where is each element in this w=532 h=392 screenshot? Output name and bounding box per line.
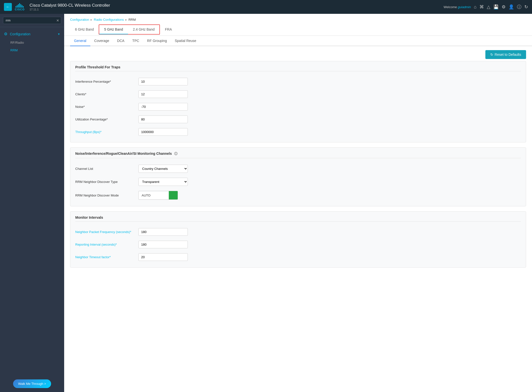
alert-icon[interactable]: △ <box>487 4 490 10</box>
interference-input[interactable] <box>138 78 188 85</box>
subtab-tpc[interactable]: TPC <box>128 36 143 46</box>
sidebar-submenu: RF/Radio RRM <box>0 39 64 54</box>
breadcrumb-config[interactable]: Configuration <box>70 18 89 21</box>
neighbor-timeout-input[interactable] <box>138 253 188 261</box>
monitor-intervals-section: Monitor Intervals Neighbor Packet Freque… <box>70 211 526 268</box>
sidebar-item-rrm[interactable]: RRM <box>0 46 64 54</box>
neighbor-freq-label: Neighbor Packet Frequency (seconds)* <box>75 230 134 234</box>
sidebar-item-configuration[interactable]: ⚙ Configuration ▼ <box>0 29 64 39</box>
sidebar-menu: ⚙ Configuration ▼ RF/Radio RRM <box>0 27 64 375</box>
rrm-discover-type-select[interactable]: Transparent Passive Active <box>138 178 188 186</box>
content-wrapper: ↻ Reset to Defaults Profile Threshold Fo… <box>64 46 532 278</box>
reporting-interval-label: Reporting Interval (seconds)* <box>75 243 134 246</box>
sidebar: rrm ✕ ⚙ Configuration ▼ RF/Radio RRM Wal… <box>0 14 64 392</box>
neighbor-timeout-label: Neighbor Timeout factor* <box>75 255 134 259</box>
search-bar: rrm ✕ <box>0 14 64 27</box>
neighbor-freq-row: Neighbor Packet Frequency (seconds)* <box>75 226 521 238</box>
gear-icon[interactable]: ⚙ <box>502 4 506 10</box>
subtab-general[interactable]: General <box>70 36 90 46</box>
tab-5ghz[interactable]: 5 GHz Band <box>99 25 128 34</box>
subtab-dca[interactable]: DCA <box>113 36 129 46</box>
clear-search-icon[interactable]: ✕ <box>56 19 59 22</box>
profile-threshold-section: Profile Threshold For Traps Interference… <box>70 61 526 142</box>
chevron-down-icon: ▼ <box>57 33 60 36</box>
welcome-text: Welcome guiadmin <box>444 5 471 9</box>
monitor-intervals-title: Monitor Intervals <box>75 216 521 219</box>
user-icon[interactable]: 👤 <box>509 4 514 10</box>
rrm-discover-mode-toggle[interactable]: AUTO <box>138 191 178 200</box>
utilization-row: Utilization Percentage* <box>75 113 521 126</box>
rrm-discover-mode-row: RRM Neighbor Discover Mode AUTO <box>75 188 521 202</box>
utilization-label: Utilization Percentage* <box>75 118 134 121</box>
interference-label: Interference Percentage* <box>75 80 134 83</box>
breadcrumb-sep2: ▸ <box>125 18 127 21</box>
subtab-spatial-reuse[interactable]: Spatial Reuse <box>171 36 200 46</box>
reporting-interval-input[interactable] <box>138 241 188 248</box>
channel-list-label: Channel List <box>75 167 134 171</box>
monitoring-title: Noise/Interference/Rogue/CleanAir/SI Mon… <box>75 152 521 156</box>
back-button[interactable]: ← <box>4 3 12 11</box>
noise-row: Noise* <box>75 100 521 113</box>
save-icon[interactable]: 💾 <box>493 4 499 10</box>
interference-row: Interference Percentage* <box>75 75 521 88</box>
throughput-row: Throughput (Bps)* <box>75 126 521 138</box>
clients-label: Clients* <box>75 92 134 96</box>
walk-me-through-button[interactable]: Walk Me Through > <box>13 379 51 388</box>
reporting-interval-row: Reporting Interval (seconds)* <box>75 238 521 251</box>
clients-row: Clients* <box>75 88 521 100</box>
sub-tabs: General Coverage DCA TPC RF Grouping Spa… <box>64 36 532 46</box>
app-title: Cisco Catalyst 9800-CL Wireless Controll… <box>30 3 441 11</box>
home-icon[interactable]: ⌂ <box>474 4 476 10</box>
neighbor-timeout-row: Neighbor Timeout factor* <box>75 251 521 263</box>
breadcrumb-sep1: ▸ <box>91 18 92 21</box>
walk-me-through-section: Walk Me Through > <box>13 379 51 388</box>
profile-threshold-title: Profile Threshold For Traps <box>75 65 521 69</box>
rrm-discover-type-label: RRM Neighbor Discover Type <box>75 180 134 184</box>
layout: rrm ✕ ⚙ Configuration ▼ RF/Radio RRM Wal… <box>0 14 532 392</box>
reset-icon: ↻ <box>490 53 493 57</box>
configuration-label: Configuration <box>10 32 30 36</box>
tab-6ghz[interactable]: 6 GHz Band <box>70 25 99 34</box>
sidebar-item-rf-radio[interactable]: RF/Radio <box>0 39 64 46</box>
neighbor-freq-input[interactable] <box>138 228 188 236</box>
channel-list-row: Channel List Country Channels All Channe… <box>75 162 521 175</box>
throughput-input[interactable] <box>138 128 188 136</box>
reset-to-defaults-button[interactable]: ↻ Reset to Defaults <box>485 50 526 59</box>
breadcrumb: Configuration ▸ Radio Configurations ▸ R… <box>64 14 532 23</box>
clients-input[interactable] <box>138 90 188 98</box>
wrench-icon: ⚙ <box>4 32 7 36</box>
wifi-icon[interactable]: ⌘ <box>479 4 484 10</box>
main-content: Configuration ▸ Radio Configurations ▸ R… <box>64 14 532 392</box>
cisco-logo: CISCO <box>15 3 25 11</box>
refresh-icon[interactable]: ↻ <box>524 4 528 10</box>
band-tab-group: 5 GHz Band 2.4 GHz Band <box>99 24 160 35</box>
rrm-discover-type-row: RRM Neighbor Discover Type Transparent P… <box>75 175 521 188</box>
throughput-label: Throughput (Bps)* <box>75 130 134 134</box>
top-nav: ← CISCO Cisco Catalyst 9800-CL Wireless … <box>0 0 532 14</box>
search-input[interactable]: rrm <box>3 17 61 24</box>
noise-input[interactable] <box>138 103 188 111</box>
breadcrumb-current: RRM <box>129 18 136 21</box>
breadcrumb-radio-config[interactable]: Radio Configurations <box>94 18 124 21</box>
band-tabs: 6 GHz Band 5 GHz Band 2.4 GHz Band FRA <box>64 23 532 36</box>
channel-list-select[interactable]: Country Channels All Channels DCA Channe… <box>138 165 188 173</box>
tab-24ghz[interactable]: 2.4 GHz Band <box>128 25 160 34</box>
reset-row: ↻ Reset to Defaults <box>70 46 526 61</box>
subtab-coverage[interactable]: Coverage <box>90 36 113 46</box>
noise-label: Noise* <box>75 105 134 109</box>
tab-fra[interactable]: FRA <box>160 25 177 34</box>
rrm-discover-mode-value: AUTO <box>139 192 169 199</box>
info-icon: ⓘ <box>174 152 177 156</box>
subtab-rf-grouping[interactable]: RF Grouping <box>143 36 171 46</box>
toggle-green-indicator <box>169 191 178 199</box>
monitoring-section: Noise/Interference/Rogue/CleanAir/SI Mon… <box>70 147 526 206</box>
utilization-input[interactable] <box>138 116 188 123</box>
help-icon[interactable]: ⓘ <box>517 4 521 10</box>
rrm-discover-mode-label: RRM Neighbor Discover Mode <box>75 194 134 197</box>
top-nav-right: Welcome guiadmin ⌂ ⌘ △ 💾 ⚙ 👤 ⓘ ↻ <box>444 4 528 10</box>
